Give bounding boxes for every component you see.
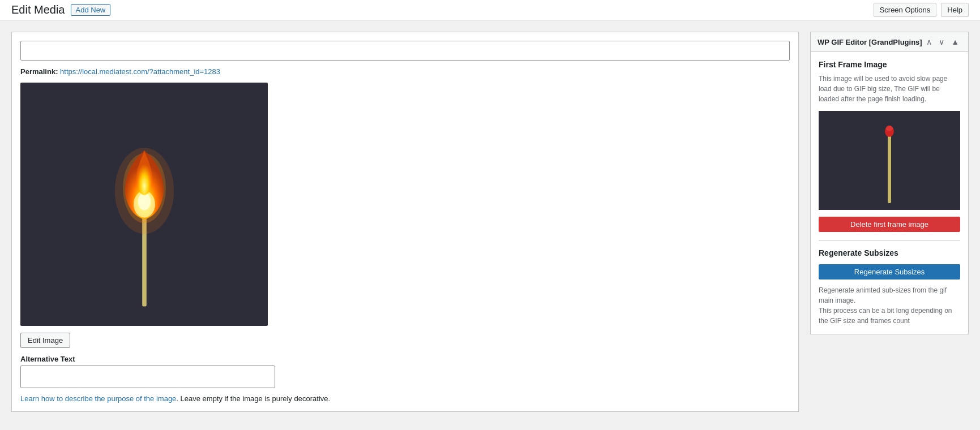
divider [819, 240, 960, 240]
svg-rect-5 [888, 132, 891, 203]
regenerate-button[interactable]: Regenerate Subsizes [819, 264, 960, 280]
regen-desc-sub: This process can be a bit long depending… [819, 307, 952, 325]
image-preview [20, 83, 268, 326]
alt-text-hint-text: . Leave empty if the image is purely dec… [176, 394, 330, 403]
title-field[interactable]: light [20, 41, 790, 61]
page-title: Edit Media [11, 3, 65, 16]
top-bar-left: Edit Media Add New [11, 3, 110, 16]
panel-title: WP GIF Editor [GrandPlugins] [818, 38, 922, 46]
add-new-button[interactable]: Add New [71, 4, 111, 16]
svg-point-7 [886, 126, 893, 131]
sidebar: WP GIF Editor [GrandPlugins] ∧ ∨ ▲ First… [810, 32, 969, 412]
svg-point-4 [138, 193, 151, 210]
delete-first-frame-button[interactable]: Delete first frame image [819, 217, 960, 232]
main-layout: light Permalink: https://local.mediatest… [0, 20, 980, 423]
panel-minimize-button[interactable]: ▲ [949, 37, 961, 47]
panel-collapse-down-button[interactable]: ∨ [936, 37, 947, 47]
panel-header: WP GIF Editor [GrandPlugins] ∧ ∨ ▲ [811, 32, 968, 52]
panel-body: First Frame Image This image will be use… [811, 52, 968, 334]
regenerate-title: Regenerate Subsizes [819, 248, 960, 257]
first-frame-title: First Frame Image [819, 60, 960, 69]
first-frame-match-image [867, 115, 912, 206]
top-bar: Edit Media Add New Screen Options Help [0, 0, 980, 20]
panel-controls: ∧ ∨ ▲ [924, 37, 961, 47]
regen-desc-main: Regenerate animted sub-sizes from the gi… [819, 286, 947, 304]
regenerate-description: Regenerate animted sub-sizes from the gi… [819, 285, 960, 326]
gif-editor-panel: WP GIF Editor [GrandPlugins] ∧ ∨ ▲ First… [810, 32, 969, 334]
permalink-label: Permalink: [20, 67, 58, 76]
permalink: Permalink: https://local.mediatest.com/?… [20, 67, 790, 76]
edit-image-button[interactable]: Edit Image [20, 333, 70, 348]
alt-text-input[interactable] [20, 366, 275, 388]
content-area: light Permalink: https://local.mediatest… [11, 32, 799, 412]
alt-text-label: Alternative Text [20, 355, 790, 363]
screen-options-button[interactable]: Screen Options [874, 3, 937, 17]
first-frame-image-box [819, 111, 960, 210]
first-frame-desc: This image will be used to avoid slow pa… [819, 74, 960, 104]
alt-text-hint-link[interactable]: Learn how to describe the purpose of the… [20, 394, 176, 403]
alt-text-hint: Learn how to describe the purpose of the… [20, 394, 790, 403]
top-bar-right: Screen Options Help [874, 3, 969, 17]
flame-image [93, 97, 195, 312]
panel-collapse-up-button[interactable]: ∧ [924, 37, 934, 47]
permalink-link[interactable]: https://local.mediatest.com/?attachment_… [60, 67, 220, 76]
help-button[interactable]: Help [941, 3, 969, 17]
